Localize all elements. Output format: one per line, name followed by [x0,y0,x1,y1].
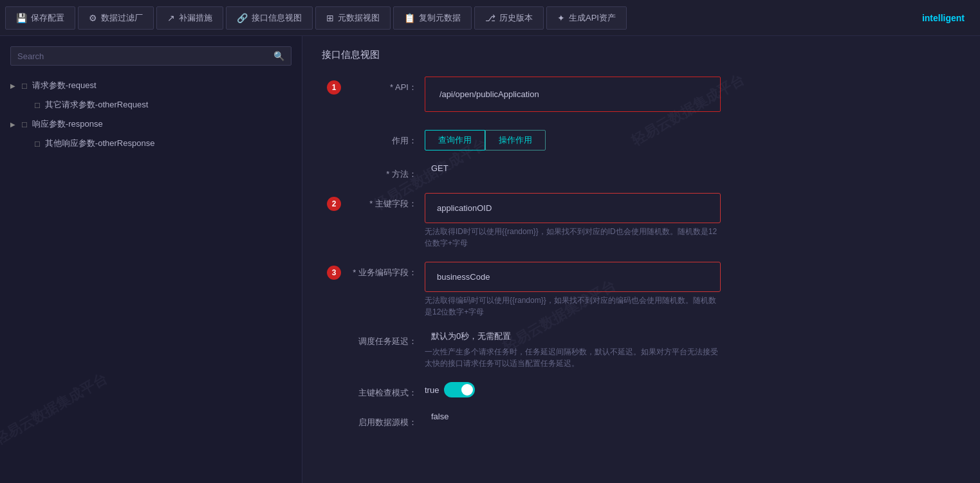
supplement-button[interactable]: ↗ 补漏措施 [156,6,223,30]
step-badge-2: 2 [327,197,341,211]
toggle-label: true [425,385,439,395]
sidebar-item-request-params[interactable]: ▶ □ 请求参数-request [0,76,302,95]
data-filter-button[interactable]: ⚙ 数据过滤厂 [78,6,154,30]
star-icon: ✦ [557,13,565,23]
folder-icon: □ [22,120,27,129]
schedule-delay-label: 调度任务延迟： [347,331,425,347]
primary-key-field-wrapper: 无法取得ID时可以使用{{random}}，如果找不到对应的ID也会使用随机数。… [425,193,901,249]
content-area: 轻易云数据集成平台 轻易云数据集成平台 轻易云数据集成平台 接口信息视图 1 *… [302,36,980,483]
copy-icon: 📋 [404,13,415,23]
biz-code-hint: 无法取得编码时可以使用{{random}}，如果找不到对应的编码也会使用随机数。… [425,295,721,318]
sidebar-item-other-response[interactable]: ▶ □ 其他响应参数-otherResponse [0,134,302,153]
schedule-delay-value: 默认为0秒，无需配置 [425,327,517,345]
sidebar-item-label: 其他响应参数-otherResponse [45,138,155,149]
primary-check-field-wrapper: true [425,382,901,397]
biz-code-field-wrapper: 无法取得编码时可以使用{{random}}，如果找不到对应的编码也会使用随机数。… [425,262,901,318]
watermark: 轻易云数据集成平台 [0,369,111,450]
primary-key-row: 2 * 主键字段： 无法取得ID时可以使用{{random}}，如果找不到对应的… [347,193,901,249]
sidebar-item-label: 其它请求参数-otherRequest [45,99,148,111]
arrow-icon: ▶ [10,121,18,128]
sidebar-item-other-request[interactable]: ▶ □ 其它请求参数-otherRequest [0,95,302,114]
api-input[interactable] [433,85,712,104]
toggle-thumb [461,384,473,396]
arrow-icon: ↗ [167,13,175,23]
method-row: * 方法： GET [347,163,901,180]
search-input[interactable] [17,51,273,61]
primary-check-label: 主键检查模式： [347,382,425,399]
folder-icon: □ [35,139,40,149]
biz-code-row: 3 * 业务编码字段： 无法取得编码时可以使用{{random}}，如果找不到对… [347,262,901,318]
grid-icon: ⊞ [326,13,334,23]
method-label: * 方法： [347,163,425,180]
step-badge-1: 1 [327,80,341,95]
search-box: 🔍 [10,46,291,66]
toggle-wrapper: true [425,382,901,397]
biz-code-highlight-box [425,262,721,292]
step-badge-3: 3 [327,266,341,280]
toggle-track [444,382,475,397]
folder-icon: □ [35,100,40,110]
folder-icon: □ [22,81,27,91]
sidebar-item-label: 响应参数-response [32,118,103,130]
sidebar-item-label: 请求参数-request [32,80,97,91]
intelligent-label: intelligent [912,13,975,23]
primary-key-highlight-box [425,193,721,223]
main-layout: 🔍 ▶ □ 请求参数-request ▶ □ 其它请求参数-otherReque… [0,36,980,483]
search-icon[interactable]: 🔍 [273,51,284,61]
save-icon: 💾 [16,13,27,23]
tree-container: ▶ □ 请求参数-request ▶ □ 其它请求参数-otherRequest… [0,71,302,158]
section-title: 接口信息视图 [322,49,961,61]
biz-code-input[interactable] [430,268,715,286]
role-label: 作用： [347,130,425,147]
schedule-delay-field-wrapper: 默认为0秒，无需配置 一次性产生多个请求任务时，任务延迟间隔秒数，默认不延迟。如… [425,331,901,369]
primary-key-input[interactable] [430,199,715,217]
source-data-value: false [425,407,455,426]
api-field-wrapper [425,77,901,112]
schedule-delay-hint: 一次性产生多个请求任务时，任务延迟间隔秒数，默认不延迟。如果对方平台无法接受太快… [425,346,721,369]
primary-key-hint: 无法取得ID时可以使用{{random}}，如果找不到对应的ID也会使用随机数。… [425,226,721,249]
api-row: 1 * API： [347,77,901,112]
sidebar: 🔍 ▶ □ 请求参数-request ▶ □ 其它请求参数-otherReque… [0,36,302,483]
role-operate-button[interactable]: 操作作用 [485,130,546,150]
link-icon: 🔗 [237,13,248,23]
toolbar: 💾 保存配置 ⚙ 数据过滤厂 ↗ 补漏措施 🔗 接口信息视图 ⊞ 元数据视图 📋… [0,0,980,36]
schedule-delay-row: 调度任务延迟： 默认为0秒，无需配置 一次性产生多个请求任务时，任务延迟间隔秒数… [347,331,901,369]
source-data-row: 启用数据源模： false [347,412,901,428]
method-value: GET [425,159,455,178]
branch-icon: ⎇ [485,13,495,23]
save-config-button[interactable]: 💾 保存配置 [5,6,75,30]
role-field-wrapper: 查询作用 操作作用 [425,130,901,150]
generate-api-button[interactable]: ✦ 生成API资产 [546,6,627,30]
arrow-icon: ▶ [10,82,18,89]
interface-view-button[interactable]: 🔗 接口信息视图 [226,6,313,30]
form-section: 1 * API： 作用： 查询作用 [322,77,901,428]
source-data-label: 启用数据源模： [347,412,425,428]
primary-check-row: 主键检查模式： true [347,382,901,399]
biz-code-label: * 业务编码字段： [347,262,425,278]
method-field-wrapper: GET [425,163,901,173]
primary-key-label: * 主键字段： [347,193,425,210]
api-highlight-box [425,77,721,112]
history-version-button[interactable]: ⎇ 历史版本 [474,6,544,30]
copy-metadata-button[interactable]: 📋 复制元数据 [393,6,472,30]
metadata-view-button[interactable]: ⊞ 元数据视图 [315,6,391,30]
role-row: 作用： 查询作用 操作作用 [347,130,901,150]
api-label: * API： [347,77,425,93]
toggle-switch[interactable] [444,382,475,397]
role-query-button[interactable]: 查询作用 [425,130,485,150]
source-data-field-wrapper: false [425,412,901,421]
gear-icon: ⚙ [89,13,97,23]
sidebar-item-response-params[interactable]: ▶ □ 响应参数-response [0,114,302,134]
role-buttons: 查询作用 操作作用 [425,130,901,150]
